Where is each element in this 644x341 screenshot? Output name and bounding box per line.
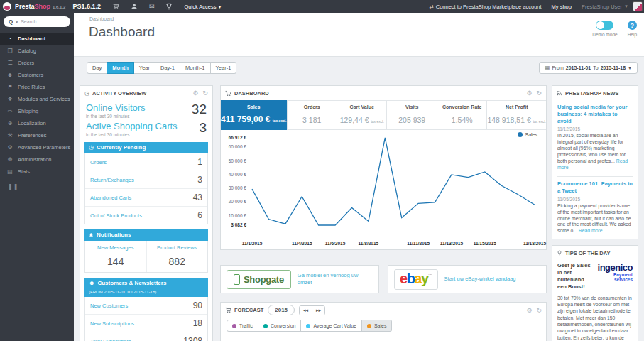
news-panel-title: PRESTASHOP NEWS [565,90,619,97]
localization-icon: ⊕ [6,120,13,126]
chevron-down-icon: ▼ [218,5,222,9]
sidebar-item-modules[interactable]: ❖Modules and Services [0,93,74,105]
online-visitors-kpi: Online Visitors in the last 30 minutes 3… [80,100,212,119]
sidebar-item-preferences[interactable]: ⚒Preferences [0,129,74,141]
online-visitors-link[interactable]: Online Visitors [86,102,207,113]
tip-body: 30 tot 70% van de consumenten in Europa … [557,295,633,341]
sidebar-item-dashboard[interactable]: ◔Dashboard [0,33,74,45]
tab-orders[interactable]: Orders3 181 [288,101,337,129]
sidebar-item-advanced-parameters[interactable]: ⚙Advanced Parameters [0,141,74,153]
chevron-down-icon: ▼ [624,4,628,9]
news-article-title[interactable]: Ecommerce 101: Payments in a Tweet [557,180,633,195]
ebay-logo: ebay™ [394,269,438,290]
news-article-excerpt: In 2015, social media are an integral pa… [557,133,633,171]
ebay-link[interactable]: Start uw eBay-winkel vandaag [444,276,516,283]
quick-access-menu[interactable]: Quick Access ▼ [184,4,222,10]
news-article-title[interactable]: Using social media for your business: 4 … [557,104,633,124]
legend-average-cart-value-button[interactable]: Average Cart Value [301,320,361,332]
sidebar-item-localization[interactable]: ⊕Localization [0,117,74,129]
search-scope-caret[interactable]: ▼ [15,20,18,24]
messages-icon[interactable]: ✉ [149,4,155,10]
my-shop-link[interactable]: My shop [552,4,572,10]
demo-mode-toggle[interactable] [596,21,613,30]
x-axis-tick: 11/1/2015 [242,241,263,246]
collapse-sidebar-button[interactable]: ❚❚ [8,183,74,190]
read-more-link[interactable]: Read more [579,228,603,233]
x-axis-tick: 11/6/2015 [325,241,346,246]
refresh-icon[interactable]: ↻ [536,90,542,97]
active-carts-link[interactable]: Active Shopping Carts [86,121,207,131]
y-axis-tick: 20 000 € [221,199,246,204]
sidebar-item-customers[interactable]: ☻Customers [0,69,74,81]
metric-tabs: Sales411 759,00 € tax excl. Orders3 181 … [221,100,546,130]
x-axis-tick: 11/18/2015 [523,241,546,246]
sidebar-item-stats[interactable]: ▤Stats [0,166,74,178]
sidebar-item-price-rules[interactable]: ⚑Price Rules [0,81,74,93]
gear-icon[interactable]: ⚙ [526,307,532,314]
tab-visits[interactable]: Visits205 939 [387,101,437,129]
prestashop-news-panel: PRESTASHOP NEWS Using social media for y… [552,85,638,239]
lightbulb-icon [557,250,562,256]
tips-panel-title: TIPS OF THE DAY [565,250,610,256]
user-menu[interactable]: PrestaShop User ▼ [582,1,643,11]
shopgate-ad: Shopgate Ga mobiel en verhoog uw omzet [220,265,379,293]
legend-conversion-button[interactable]: Conversion [258,320,301,332]
pending-returns-row[interactable]: Return/Exchanges3 [85,171,207,189]
conversion-dot-icon [263,324,268,328]
ingenico-logo[interactable]: ingenico Payment services [598,263,633,283]
trophy-icon[interactable] [165,3,173,10]
user-icon[interactable] [131,3,138,10]
tab-sales[interactable]: Sales411 759,00 € tax excl. [221,100,288,130]
new-subscriptions-row[interactable]: New Subscriptions18 [85,315,207,332]
dashboard-panel: DASHBOARD ⚙↻ Sales411 759,00 € tax excl.… [220,85,547,250]
range-month-button[interactable]: Month [107,62,134,74]
out-of-stock-row[interactable]: Out of Stock Products6 [85,207,207,224]
abandoned-carts-row[interactable]: Abandoned Carts43 [85,189,207,207]
tab-cart-value[interactable]: Cart Value129,44 € tax excl. [337,101,387,129]
news-article: Using social media for your business: 4 … [557,104,633,171]
search-input[interactable] [21,19,65,24]
total-subscribers-row[interactable]: Total Subscribers1308 [85,332,207,341]
ebay-ad: ebay™ Start uw eBay-winkel vandaag [388,265,547,293]
sidebar-search[interactable]: Q ▼ [4,16,70,27]
cart-icon[interactable] [112,3,119,10]
gear-icon[interactable]: ⚙ [192,90,198,97]
previous-year-button[interactable]: ◂◂ [300,306,312,315]
x-axis-tick: 11/13/2015 [440,241,463,246]
sidebar-item-orders[interactable]: ☰Orders [0,57,74,69]
legend-sales-button[interactable]: Sales [362,320,393,332]
active-carts-kpi: Active Shopping Carts in the last 30 min… [80,119,212,137]
sidebar-item-shipping[interactable]: ⇨Shipping [0,105,74,117]
customers-icon: ☻ [89,280,94,286]
page-title: Dashboard [89,24,155,40]
product-reviews-cell[interactable]: Product Reviews 882 [146,241,208,272]
next-year-button[interactable]: ▸▸ [312,306,324,315]
sidebar-item-catalog[interactable]: ❒Catalog [0,45,74,57]
preferences-icon: ⚒ [6,132,13,139]
range-year-button[interactable]: Year [134,62,155,74]
new-messages-cell[interactable]: New Messages 144 [85,241,146,272]
y-axis-tick: 50 000 € [221,158,246,163]
date-picker-button[interactable]: ▦ From2015-11-01 To2015-11-18 ▼ [539,62,638,74]
legend-traffic-button[interactable]: Traffic [227,320,258,332]
cart-icon [225,307,231,313]
forecast-legend: Traffic Conversion Average Cart Value Sa… [227,320,546,332]
tab-conversion-rate[interactable]: Conversion Rate1.54% [437,101,487,129]
range-month-1-button[interactable]: Month-1 [180,62,211,74]
refresh-icon[interactable]: ↻ [536,307,542,314]
new-customers-row[interactable]: New Customers90 [85,297,207,315]
range-day-button[interactable]: Day [87,62,107,74]
y-axis-tick: 30 000 € [221,185,246,190]
help-button[interactable]: ? [628,21,637,30]
sidebar-item-administration[interactable]: ☸Administration [0,153,74,166]
pending-orders-row[interactable]: Orders1 [85,153,207,171]
range-day-1-button[interactable]: Day-1 [155,62,180,74]
shopgate-link[interactable]: Ga mobiel en verhoog uw omzet [298,272,373,286]
marketplace-link[interactable]: ⇄Connect to PrestaShop Marketplace accou… [429,4,541,10]
range-year-1-button[interactable]: Year-1 [211,62,237,74]
tab-net-profit[interactable]: Net Profit148 918,51 € tax excl. [487,101,546,129]
refresh-icon[interactable]: ↻ [202,90,208,97]
sales-line-chart: Sales 66 912 €60 000 €50 000 €40 000 €30… [221,130,546,248]
breadcrumb[interactable]: Dashboard [89,16,114,21]
gear-icon[interactable]: ⚙ [526,90,532,97]
